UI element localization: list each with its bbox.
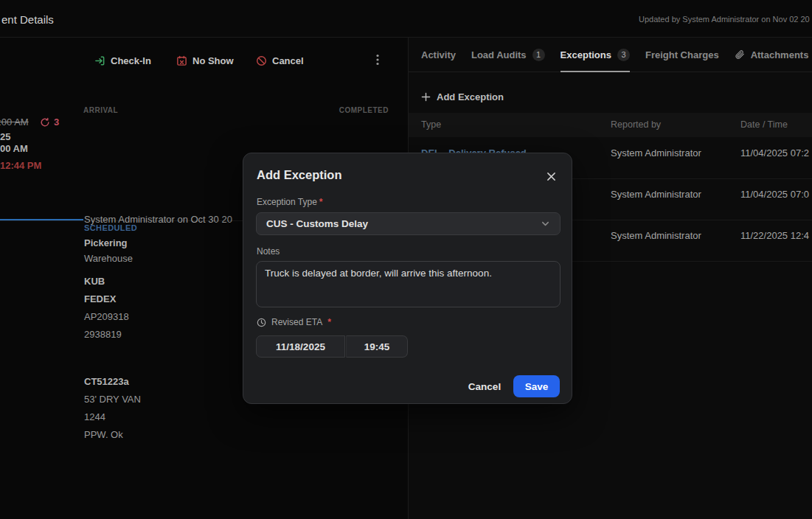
notes-field-label: Notes (257, 246, 280, 257)
reschedule-count: 3 (54, 116, 59, 128)
required-asterisk: * (319, 197, 323, 207)
detail-tabs: Activity Load Audits 1 Exceptions 3 Frei… (409, 38, 812, 72)
check-in-button[interactable]: Check-In (94, 52, 151, 69)
completed-status-label: COMPLETED (339, 106, 389, 114)
exception-reported-by-cell: System Administrator (611, 189, 701, 200)
tab-freight-charges-label: Freight Charges (645, 49, 719, 60)
reference-number-1: AP209318 (84, 311, 129, 322)
notes-textarea[interactable] (256, 261, 561, 307)
tab-freight-charges[interactable]: Freight Charges (645, 38, 719, 72)
cancel-appointment-label: Cancel (272, 55, 304, 66)
revised-eta-label-text: Revised ETA (271, 317, 322, 327)
exception-reported-by-cell: System Administrator (611, 147, 701, 159)
tab-load-audits[interactable]: Load Audits 1 (471, 38, 545, 72)
chevron-down-icon (541, 219, 550, 229)
arrival-section-label: ARRIVAL (83, 106, 118, 114)
more-actions-kebab-icon[interactable] (372, 53, 383, 66)
close-icon[interactable] (544, 169, 558, 184)
reschedule-refresh-icon (40, 117, 50, 128)
exception-type-selected-value: CUS - Customs Delay (266, 218, 541, 229)
tab-exceptions-label: Exceptions (561, 49, 611, 60)
cancel-button[interactable]: Cancel (466, 375, 503, 397)
add-exception-button[interactable]: Add Exception (421, 88, 504, 105)
cancel-appointment-button[interactable]: Cancel (256, 52, 304, 69)
ppw-status: PPW. Ok (84, 429, 123, 440)
location-type: Warehouse (84, 253, 133, 264)
exception-type-field-label: Exception Type* (257, 197, 323, 207)
exception-reported-by-cell: System Administrator (611, 230, 701, 241)
tab-load-audits-label: Load Audits (471, 49, 527, 60)
location-name: Pickering (84, 237, 128, 248)
exception-type-label-text: Exception Type (257, 197, 317, 207)
page-title: ent Details (1, 13, 54, 26)
paperclip-icon (735, 49, 745, 60)
tab-attachments-label: Attachments (751, 49, 809, 60)
trailer-id: CT51223a (84, 376, 129, 387)
exceptions-count-badge: 3 (617, 49, 630, 61)
plus-icon (421, 92, 431, 102)
exception-datetime-cell: 11/22/2025 12:4 (740, 230, 809, 241)
column-header-reported-by: Reported by (611, 119, 661, 130)
no-show-button[interactable]: No Show (176, 52, 234, 69)
tab-activity-label: Activity (421, 49, 456, 60)
reschedule-indicator: 3 (40, 116, 59, 128)
add-exception-modal: Add Exception Exception Type* CUS - Cust… (243, 153, 572, 404)
check-in-icon (94, 55, 105, 66)
check-in-label: Check-In (111, 55, 151, 66)
exception-type-select[interactable]: CUS - Customs Delay (256, 212, 561, 235)
clock-icon (257, 318, 266, 327)
carrier-name: FEDEX (84, 293, 116, 304)
revised-eta-field-label: Revised ETA * (257, 317, 331, 327)
exceptions-table-header: Type Reported by Date / Time (409, 113, 812, 137)
scheduled-by-text: System Administrator on Oct 30 20 (84, 214, 232, 225)
modal-title: Add Exception (257, 168, 342, 182)
reference-number-2: 2938819 (84, 329, 122, 340)
checkin-time: 12:44 PM (0, 160, 41, 171)
scheduled-time-fragment: 00 AM (0, 143, 28, 154)
column-header-datetime: Date / Time (740, 119, 788, 130)
load-audits-count-badge: 1 (532, 49, 545, 61)
scheduled-date-fragment: 25 (0, 131, 10, 142)
cancel-slash-icon (256, 55, 267, 66)
tab-exceptions[interactable]: Exceptions 3 (561, 38, 630, 72)
save-button[interactable]: Save (513, 375, 560, 397)
tab-activity[interactable]: Activity (421, 38, 456, 72)
page-header: ent Details Updated by System Administra… (0, 0, 812, 38)
exception-datetime-cell: 11/04/2025 07:2 (740, 147, 809, 159)
tab-attachments[interactable]: Attachments (735, 38, 809, 72)
updated-note: Updated by System Administrator on Nov 0… (639, 15, 810, 24)
appointment-details-screen: ent Details Updated by System Administra… (0, 0, 812, 519)
no-show-calendar-icon (176, 55, 187, 66)
no-show-label: No Show (192, 55, 234, 66)
required-asterisk: * (327, 317, 331, 327)
add-exception-label: Add Exception (437, 91, 504, 102)
column-header-type: Type (421, 119, 441, 130)
revised-eta-date-input[interactable]: 11/18/2025 (256, 335, 345, 358)
trailer-number: 1244 (84, 411, 105, 422)
appointment-code: KUB (84, 276, 105, 287)
original-time-strikethrough: 0:00 AM (0, 116, 29, 128)
revised-eta-time-input[interactable]: 19:45 (346, 335, 408, 358)
trailer-type: 53' DRY VAN (84, 394, 141, 405)
exception-datetime-cell: 11/04/2025 07:0 (740, 189, 809, 200)
